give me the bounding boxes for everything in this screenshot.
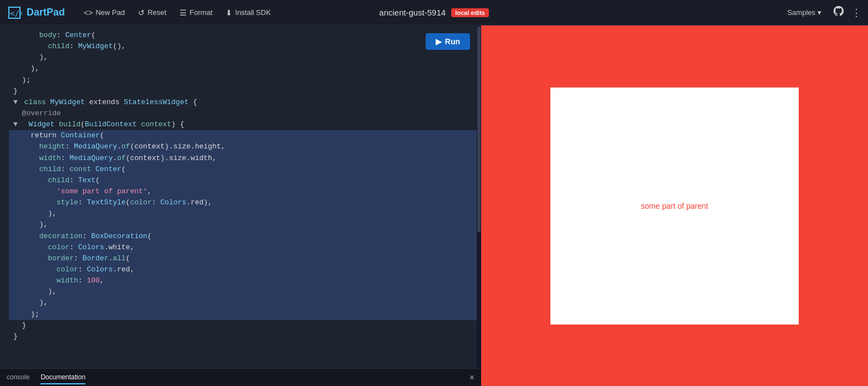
code-line: ), [9, 52, 481, 63]
run-button[interactable]: ▶ Run [426, 33, 470, 50]
navbar-right: Samples ▾ ⋮ [783, 5, 861, 20]
code-line: ); [9, 75, 481, 86]
format-label: Format [190, 8, 212, 17]
navbar: </> DartPad <> New Pad ↺ Reset ☰ Format … [0, 0, 868, 25]
code-line: } [9, 86, 481, 97]
samples-button[interactable]: Samples ▾ [783, 6, 826, 19]
code-line: child: const Center( [9, 164, 481, 175]
code-area[interactable]: ▶ Run body: Center( child: MyWidget(), )… [0, 25, 481, 368]
new-pad-button[interactable]: <> New Pad [78, 6, 130, 20]
code-line: ▼ Widget build(BuildContext context) { [9, 119, 481, 130]
install-icon: ⬇ [226, 8, 232, 17]
code-line: ), [9, 208, 481, 219]
code-line: ▼ class MyWidget extends StatelessWidget… [9, 97, 481, 108]
code-line: ), [9, 63, 481, 74]
code-line: decoration: BoxDecoration( [9, 231, 481, 242]
preview-inner: some part of parent [547, 84, 802, 328]
run-icon: ▶ [436, 37, 442, 46]
code-line: ), [9, 286, 481, 297]
run-label: Run [445, 37, 460, 46]
format-icon: ☰ [180, 8, 187, 17]
editor-content[interactable]: ▶ Run body: Center( child: MyWidget(), )… [0, 25, 481, 368]
local-edits-badge: local edits [451, 8, 489, 17]
code-line: } [9, 331, 481, 342]
code-line: color: Colors.red, [9, 264, 481, 275]
main-area: ▶ Run body: Center( child: MyWidget(), )… [0, 25, 868, 386]
install-sdk-button[interactable]: ⬇ Install SDK [220, 6, 276, 20]
scrollbar-thumb [477, 27, 481, 232]
github-icon[interactable] [833, 5, 845, 20]
format-button[interactable]: ☰ Format [174, 6, 218, 20]
chevron-down-icon: ▾ [818, 8, 821, 17]
reset-icon: ↺ [138, 8, 145, 17]
samples-label: Samples [787, 8, 815, 17]
code-line: style: TextStyle(color: Colors.red), [9, 197, 481, 208]
code-line: body: Center( [9, 30, 481, 41]
dartpad-logo-text: DartPad [27, 7, 65, 18]
reset-label: Reset [147, 8, 166, 17]
bottom-panel: console Documentation × [0, 368, 481, 386]
code-line: color: Colors.white, [9, 242, 481, 253]
code-line: @override [9, 108, 481, 119]
code-line: return Container( [9, 130, 481, 141]
editor-pane: ▶ Run body: Center( child: MyWidget(), )… [0, 25, 481, 386]
preview-text: some part of parent [641, 202, 708, 210]
code-line: child: MyWidget(), [9, 41, 481, 52]
pad-name: ancient-gust-5914 [379, 8, 446, 17]
more-menu-icon[interactable]: ⋮ [851, 7, 861, 19]
dartpad-logo-icon: </> [7, 5, 22, 20]
code-line: border: Border.all( [9, 253, 481, 264]
navbar-center: ancient-gust-5914 local edits [379, 8, 489, 17]
svg-text:</>: </> [10, 9, 22, 18]
code-line: child: Text( [9, 175, 481, 186]
close-panel-button[interactable]: × [469, 373, 474, 383]
preview-pane: some part of parent [481, 25, 868, 386]
new-pad-icon: <> [84, 8, 93, 17]
logo: </> DartPad [7, 5, 65, 20]
code-line: } [9, 320, 481, 331]
code-line: ), [9, 219, 481, 230]
console-tab[interactable]: console [7, 371, 29, 384]
code-line: 'some part of parent', [9, 186, 481, 197]
editor-scrollbar[interactable] [477, 25, 481, 368]
code-line: height: MediaQuery.of(context).size.heig… [9, 141, 481, 152]
code-line: width: 100, [9, 275, 481, 286]
new-pad-label: New Pad [95, 8, 125, 17]
code-line: width: MediaQuery.of(context).size.width… [9, 153, 481, 164]
install-sdk-label: Install SDK [235, 8, 270, 17]
documentation-tab[interactable]: Documentation [40, 371, 85, 384]
code-line: ), [9, 297, 481, 308]
code-line: ); [9, 309, 481, 320]
reset-button[interactable]: ↺ Reset [132, 6, 172, 20]
